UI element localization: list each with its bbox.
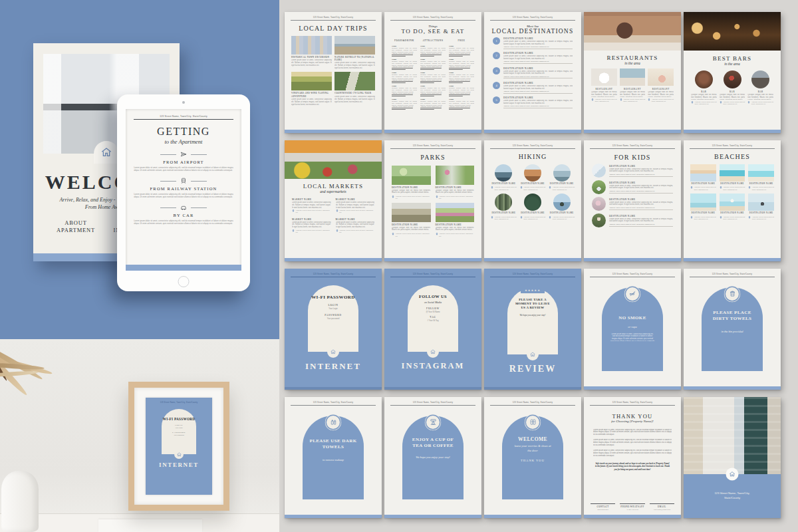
phone-block: PHONE/WHATSAPP+1 234 45 67 89 bbox=[620, 503, 644, 511]
cosmetics-icon bbox=[327, 416, 340, 429]
car-icon bbox=[180, 204, 187, 211]
follow-arch-card: FOLLOW US on Social Media FOLLOW @ Your … bbox=[408, 285, 458, 352]
page-title: PARKS bbox=[384, 154, 481, 161]
list-item: NameQuisque congue nibh vel metus non he… bbox=[392, 85, 417, 96]
list-item: NameQuisque congue nibh vel metus non he… bbox=[420, 45, 446, 56]
page-dirty-towels: 123 Street Name, Town/City, State/County… bbox=[684, 269, 781, 390]
house-badge bbox=[174, 450, 184, 459]
page-for-kids: 123 Street Name, Town/City, State/County… bbox=[584, 140, 681, 261]
page-header-address: 123 Street Name, Town/City, State/County bbox=[491, 16, 575, 19]
location-pin-icon bbox=[392, 233, 394, 235]
label-about-apartment: ABOUT APARTMENT bbox=[49, 219, 102, 234]
page-footer-bar bbox=[384, 258, 481, 261]
restaurant-item: RESTAURANT Quisque congue nibh vel metus… bbox=[648, 68, 674, 103]
photo-cliff-sea bbox=[553, 164, 571, 182]
page-header-address: 123 Street Name, Town/City, State/County bbox=[491, 401, 575, 404]
column-free: FREE NameQuisque congue nibh vel metus n… bbox=[449, 39, 474, 112]
dirty-towels-arch: PLEASE PLACE DIRTY TOWELS in the bin pro… bbox=[702, 287, 763, 371]
beach-item: DESTINATION NAMEAddress: Lorem Ipsum dol… bbox=[748, 164, 774, 191]
bar-item: BAR Quisque congue nibh vel metus non he… bbox=[747, 70, 773, 106]
park-item: DESTINATION NAMEQuisque congue nibh vel … bbox=[436, 166, 475, 200]
photo-vineyard bbox=[291, 72, 332, 90]
photo-beach-walk bbox=[748, 194, 774, 211]
page-header-address: 123 Street Name, Town/City, State/County bbox=[126, 115, 241, 118]
location-pin-icon bbox=[690, 186, 693, 189]
page-footer-bar bbox=[285, 130, 382, 133]
photo-jungle-hikers bbox=[524, 194, 541, 211]
photo-cycling-path bbox=[334, 72, 375, 90]
number-badge: 4 bbox=[493, 82, 500, 89]
page-footer-bar bbox=[684, 130, 781, 133]
page-review: 123 Street Name, Town/City, State/County… bbox=[484, 269, 581, 390]
page-header-address: 123 Street Name, Town/City, State/County bbox=[491, 273, 575, 275]
page-title: BEST BARS bbox=[684, 55, 781, 62]
list-item: NameQuisque congue nibh vel metus non he… bbox=[420, 59, 446, 69]
wifi-arch-card: WI-FI PASSWORD LOGIN Your Login PASSWORD… bbox=[308, 285, 358, 352]
destination-item: 2 DESTINATION NAMELorem ipsum dolor sit … bbox=[493, 52, 573, 64]
location-pin-icon bbox=[720, 186, 722, 189]
contact-block: CONTACTJane/John Doe bbox=[591, 503, 615, 511]
house-icon bbox=[331, 349, 336, 354]
destination-item: 1 DESTINATION NAMELorem ipsum dolor sit … bbox=[493, 37, 573, 49]
photo-flower-market bbox=[285, 140, 382, 179]
photo-lakeside-path bbox=[392, 203, 431, 222]
train-icon bbox=[180, 178, 187, 184]
page-internet: 123 Street Name, Town/City, State/County… bbox=[285, 269, 382, 390]
location-pin-icon bbox=[392, 196, 394, 198]
list-item: NameQuisque congue nibh vel metus non he… bbox=[392, 45, 417, 56]
restaurant-item: RESTAURANT Quisque congue nibh vel metus… bbox=[620, 68, 646, 103]
getting-title: GETTING bbox=[126, 126, 241, 138]
screen-footer-bar bbox=[126, 265, 241, 271]
photo-dessert bbox=[648, 68, 674, 86]
page-title: LOCAL MARKETS bbox=[285, 183, 382, 190]
wifi-poster: 123 Street Name, Town/City, State/County… bbox=[146, 398, 212, 495]
review-arch-card: ★★★★★ PLEASE TAKE A MOMENT TO LEAVE US A… bbox=[507, 288, 558, 354]
page-header-address: 123 Street Name, Town/City, State/County bbox=[591, 144, 674, 147]
photo-sunrise-beach bbox=[690, 164, 716, 182]
location-pin-icon bbox=[336, 209, 338, 212]
page-title: FOR KIDS bbox=[584, 154, 681, 161]
white-vase bbox=[1, 471, 39, 532]
photo-bar-lamps bbox=[684, 12, 781, 51]
location-pin-icon bbox=[491, 186, 493, 189]
house-badge bbox=[94, 141, 119, 164]
page-header-address: 123 Street Name, Town/City, State/County bbox=[291, 273, 375, 275]
poster-header-address: 123 Street Name, Town/City, State/County bbox=[146, 402, 212, 404]
list-item: NameQuisque congue nibh vel metus non he… bbox=[449, 98, 474, 109]
page-title: HIKING bbox=[484, 153, 581, 160]
photo-flower-garden bbox=[436, 203, 475, 222]
house-icon bbox=[530, 352, 535, 357]
page-footer-bar bbox=[584, 258, 681, 261]
page-tea-coffee: 123 Street Name, Town/City, State/County… bbox=[384, 397, 481, 518]
list-item: NameQuisque congue nibh vel metus non he… bbox=[392, 98, 417, 109]
market-item: MARKET NAMELorem ipsum dolor sit amet, c… bbox=[336, 217, 375, 234]
page-footer-bar bbox=[285, 258, 382, 261]
house-badge bbox=[726, 468, 739, 481]
column-food-drink: FOOD&DRINK NameQuisque congue nibh vel m… bbox=[392, 39, 417, 112]
page-header-address: 123 Street Name, Town/City, State/County bbox=[291, 401, 375, 404]
location-pin-icon bbox=[691, 101, 694, 104]
trash-bin-icon bbox=[726, 287, 739, 301]
page-header-address: 123 Street Name, Town/City, State/County bbox=[391, 144, 475, 147]
list-item: NameQuisque congue nibh vel metus non he… bbox=[392, 72, 417, 82]
wooden-picture-frame: 123 Street Name, Town/City, State/County… bbox=[128, 382, 229, 511]
blue-backdrop-panel: WELCOME Arrive, Relax, and Enjoy - Your … bbox=[0, 0, 279, 339]
photo-beach-umbrella bbox=[720, 194, 745, 211]
house-icon bbox=[101, 147, 112, 158]
kids-item: DESTINATION NAMELorem ipsum dolor sit am… bbox=[592, 164, 673, 178]
photo-family-splash bbox=[748, 164, 774, 182]
location-pin-icon bbox=[436, 196, 438, 198]
page-footer-bar bbox=[384, 130, 481, 133]
page-footer-bar bbox=[684, 386, 781, 390]
page-parks: 123 Street Name, Town/City, State/County… bbox=[384, 140, 481, 261]
no-smoke-arch: NO SMOKE or vape Lorem ipsum dolor sit a… bbox=[602, 287, 663, 371]
page-footer-bar bbox=[584, 515, 681, 518]
house-badge bbox=[427, 346, 439, 358]
photo-historical-town bbox=[291, 36, 332, 55]
location-pin-icon bbox=[292, 229, 295, 232]
page-title: THANK YOU bbox=[584, 413, 681, 420]
day-trip-item: VINEYARD AND WINE TASTING ADVENTURE Lore… bbox=[291, 72, 332, 106]
location-pin-icon bbox=[690, 216, 693, 219]
page-dark-towels: 123 Street Name, Town/City, State/County… bbox=[285, 397, 382, 518]
page-footer-bar bbox=[584, 386, 681, 390]
